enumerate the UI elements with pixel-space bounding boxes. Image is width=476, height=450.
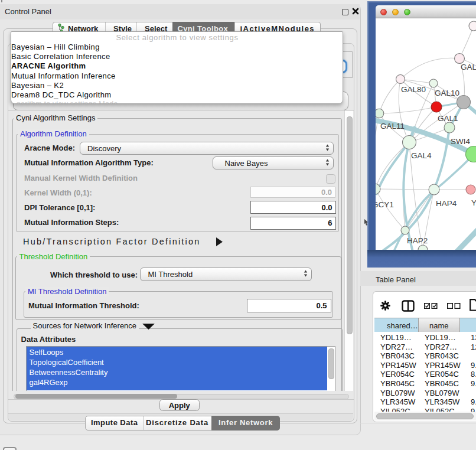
svg-text:GAL80: GAL80 <box>401 85 426 94</box>
svg-text:GAL1: GAL1 <box>438 114 458 123</box>
svg-text:YM: YM <box>471 198 476 207</box>
svg-text:GAL7: GAL7 <box>461 63 476 71</box>
svg-text:HAP2: HAP2 <box>407 236 428 245</box>
svg-text:GAL4: GAL4 <box>411 151 432 160</box>
svg-text:GAL10: GAL10 <box>435 89 459 97</box>
svg-text:GAL11: GAL11 <box>380 122 405 131</box>
svg-text:HAP4: HAP4 <box>436 199 457 208</box>
svg-text:GCY1: GCY1 <box>376 200 394 209</box>
svg-text:SWI4: SWI4 <box>451 137 470 146</box>
